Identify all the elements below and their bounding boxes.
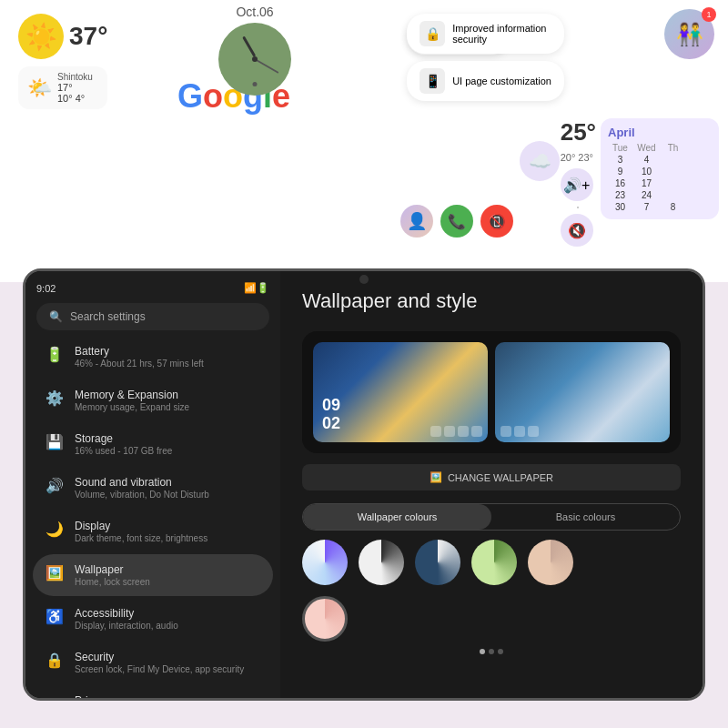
- settings-item-storage[interactable]: 💾 Storage 16% used - 107 GB free: [33, 423, 273, 465]
- page-title: Wallpaper and style: [302, 289, 681, 313]
- wallpaper-thumb-1[interactable]: 0902: [313, 342, 488, 442]
- calendar-widget: April Tue Wed Th 3 4 9 10 16 17 23 24 30…: [601, 118, 719, 219]
- privacy-title: Privacy: [75, 694, 260, 698]
- status-icons: 📶🔋: [244, 282, 269, 294]
- calendar-month: April: [608, 126, 712, 139]
- clock-date: Oct.06: [218, 5, 291, 19]
- caller-avatar: 👤: [400, 205, 433, 238]
- notification-badge: 1: [702, 7, 716, 22]
- page-indicator: [302, 649, 681, 654]
- battery-text: Battery 46% - About 21 hrs, 57 mins left: [75, 345, 260, 369]
- settings-search[interactable]: 🔍 Search settings: [36, 303, 269, 330]
- color-option-4[interactable]: [471, 540, 517, 585]
- clock-center-dot: [252, 56, 258, 62]
- cloud-icon: 🌤️: [27, 76, 52, 100]
- sun-icon: ☀️: [18, 14, 64, 59]
- tablet-device: 9:02 📶🔋 🔍 Search settings 🔋 Battery 46% …: [23, 268, 705, 701]
- change-wallpaper-label: CHANGE WALLPAPER: [448, 472, 553, 483]
- status-bar: 9:02 📶🔋: [25, 278, 280, 298]
- upload-download-widget: ☁️: [520, 141, 560, 181]
- volume-temp-widget: 25° 20° 23° 🔊+ 🔇: [561, 118, 596, 247]
- clock-face: [218, 23, 291, 96]
- wallpaper-sub: Home, lock screen: [75, 577, 260, 587]
- color-circles-row1: [302, 540, 681, 585]
- wallpaper-time-1: 0902: [322, 397, 340, 433]
- display-sub: Dark theme, font size, brightness: [75, 533, 260, 543]
- security-setting-icon: 🔒: [46, 652, 64, 669]
- accessibility-sub: Display, interaction, audio: [75, 621, 260, 631]
- dot-1: [480, 649, 485, 654]
- color-option-3[interactable]: [415, 540, 460, 585]
- security-title: Security: [75, 651, 260, 663]
- wallpaper-app-icons-2: [500, 426, 539, 437]
- settings-item-display[interactable]: 🌙 Display Dark theme, font size, brightn…: [33, 511, 273, 552]
- security-sub: Screen lock, Find My Device, app securit…: [75, 664, 260, 674]
- temp-range: 20° 23°: [561, 152, 596, 163]
- display-text: Display Dark theme, font size, brightnes…: [75, 520, 260, 543]
- weather-location: Shintoku: [57, 72, 93, 82]
- display-icon: 🌙: [46, 521, 64, 538]
- wallpaper-app-icons: [430, 426, 482, 437]
- main-temp: 37°: [69, 22, 107, 51]
- calendar-grid: Tue Wed Th 3 4 9 10 16 17 23 24 30 7 8: [608, 143, 712, 212]
- weather-widget: ☀️ 37° 🌤️ Shintoku 17° 10° 4°: [18, 14, 107, 109]
- memory-icon: ⚙️: [46, 389, 64, 407]
- storage-title: Storage: [75, 432, 260, 445]
- clock-hour-hand: [242, 36, 256, 57]
- accessibility-text: Accessibility Display, interaction, audi…: [75, 607, 260, 631]
- sound-sub: Volume, vibration, Do Not Disturb: [75, 490, 260, 500]
- change-wallpaper-button[interactable]: 🖼️ CHANGE WALLPAPER: [302, 464, 681, 490]
- answer-call-button[interactable]: 📞: [440, 205, 473, 238]
- end-call-button[interactable]: 📵: [480, 205, 513, 238]
- volume-up-button[interactable]: 🔊+: [561, 168, 593, 201]
- info-cards-container: 🔒 Improved informationsecurity 📱 UI page…: [407, 14, 564, 108]
- settings-item-memory[interactable]: ⚙️ Memory & Expansion Memory usage, Expa…: [33, 379, 273, 421]
- display-title: Display: [75, 520, 260, 532]
- weather-temp-low: 17°: [57, 82, 93, 93]
- color-option-6[interactable]: [302, 596, 348, 642]
- privacy-icon: 👁️: [46, 695, 64, 698]
- outdoor-temp: 25°: [561, 118, 596, 147]
- tab-wallpaper-colours[interactable]: Wallpaper colours: [303, 504, 491, 530]
- settings-item-wallpaper[interactable]: 🖼️ Wallpaper Home, lock screen: [33, 554, 273, 596]
- settings-item-accessibility[interactable]: ♿ Accessibility Display, interaction, au…: [33, 598, 273, 640]
- storage-sub: 16% used - 107 GB free: [75, 446, 260, 456]
- sound-icon: 🔊: [46, 477, 64, 494]
- privacy-text: Privacy: [75, 694, 260, 698]
- camera-notch: [359, 275, 369, 284]
- wallpaper-icon: 🖼️: [46, 564, 64, 581]
- tab-basic-colours[interactable]: Basic colours: [491, 504, 680, 530]
- accessibility-icon: ♿: [46, 608, 64, 625]
- avatar-widget: 👫 1: [664, 9, 714, 59]
- sound-text: Sound and vibration Volume, vibration, D…: [75, 476, 260, 500]
- color-option-2[interactable]: [359, 540, 404, 585]
- battery-title: Battery: [75, 345, 260, 358]
- color-option-1[interactable]: [302, 540, 348, 585]
- color-tabs: Wallpaper colours Basic colours: [302, 503, 681, 531]
- accessibility-title: Accessibility: [75, 607, 260, 620]
- settings-item-battery[interactable]: 🔋 Battery 46% - About 21 hrs, 57 mins le…: [33, 336, 273, 378]
- security-icon: 🔒: [420, 21, 445, 46]
- clock-sub-dot: [253, 82, 258, 86]
- memory-title: Memory & Expansion: [75, 389, 260, 401]
- dot-2: [489, 649, 494, 654]
- color-option-5[interactable]: [528, 540, 573, 585]
- battery-sub: 46% - About 21 hrs, 57 mins left: [75, 359, 260, 369]
- main-settings-content: Wallpaper and style 0902: [280, 271, 703, 698]
- memory-text: Memory & Expansion Memory usage, Expand …: [75, 389, 260, 412]
- memory-sub: Memory usage, Expand size: [75, 402, 260, 412]
- tablet-screen: 9:02 📶🔋 🔍 Search settings 🔋 Battery 46% …: [25, 271, 703, 698]
- settings-item-sound[interactable]: 🔊 Sound and vibration Volume, vibration,…: [33, 467, 273, 509]
- weather-detail: 🌤️ Shintoku 17° 10° 4°: [18, 66, 107, 109]
- wallpaper-title: Wallpaper: [75, 563, 260, 576]
- search-icon: 🔍: [49, 310, 63, 323]
- settings-item-security[interactable]: 🔒 Security Screen lock, Find My Device, …: [33, 642, 273, 683]
- info-card-ui: 📱 UI page customization: [407, 61, 564, 101]
- sound-title: Sound and vibration: [75, 476, 260, 489]
- info-card-security: 🔒 Improved informationsecurity: [407, 14, 564, 54]
- wallpaper-thumb-2[interactable]: [495, 342, 670, 442]
- volume-down-button[interactable]: 🔇: [561, 214, 593, 247]
- settings-item-privacy[interactable]: 👁️ Privacy: [33, 685, 273, 698]
- ui-icon: 📱: [420, 68, 445, 94]
- search-placeholder: Search settings: [70, 310, 146, 323]
